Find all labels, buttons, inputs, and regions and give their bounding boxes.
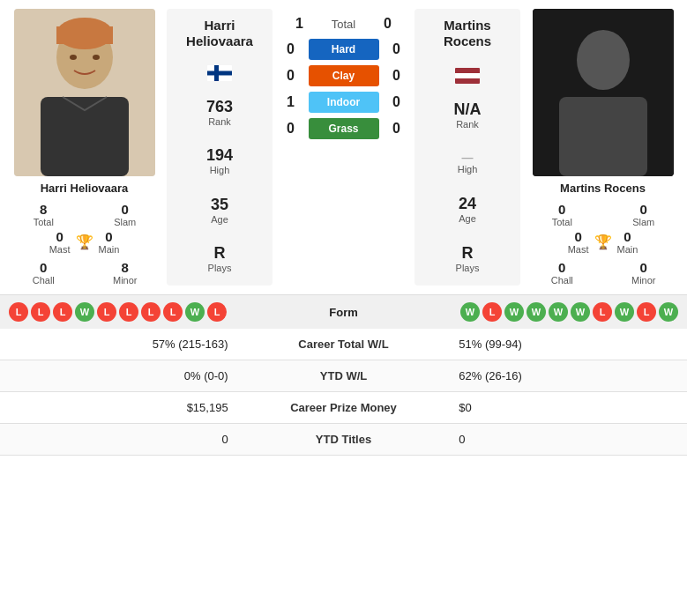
player1-rank-stat: 763 Rank (206, 98, 233, 127)
svg-point-8 (577, 30, 630, 90)
player2-name: Martins Rocens (560, 182, 646, 195)
player2-area: Martins Rocens 0 Total 0 Slam 0 Mast 🏆 0… (526, 9, 680, 286)
form-badge-l: L (207, 302, 227, 322)
clay-score-p1: 0 (282, 68, 300, 84)
grass-score-p1: 0 (282, 121, 300, 137)
svg-rect-6 (41, 97, 129, 176)
svg-rect-3 (56, 26, 113, 44)
form-badge-w: W (549, 302, 568, 322)
form-right: WLWWWWLWLW (406, 302, 679, 322)
indoor-score-p2: 0 (388, 94, 406, 110)
surface-rows: 0 Hard 0 0 Clay 0 1 Indoor 0 0 Grass 0 (278, 39, 409, 139)
form-center-label: Form (282, 306, 406, 319)
form-badge-l: L (97, 302, 116, 322)
hard-score-p2: 0 (388, 41, 406, 57)
form-badge-l: L (482, 302, 502, 322)
ytd-titles-row: 0 YTD Titles 0 (0, 424, 687, 456)
player1-area: Harri Heliovaara 8 Total 0 Slam 0 Mast 🏆… (7, 9, 161, 286)
player2-age-stat: 24 Age (459, 195, 476, 224)
player2-main: 0 Main (617, 229, 638, 255)
player2-rank-stat: N/A Rank (454, 100, 482, 130)
ytd-titles-label: YTD Titles (241, 424, 447, 456)
form-badge-w: W (571, 302, 590, 322)
form-badge-w: W (659, 302, 678, 322)
form-badge-w: W (504, 302, 524, 322)
form-badge-l: L (163, 302, 183, 322)
indoor-score-p1: 1 (282, 94, 300, 110)
form-badge-w: W (615, 302, 634, 322)
player1-plays-stat: R Plays (208, 244, 232, 273)
p2-ytd-titles: 0 (446, 424, 687, 456)
right-player2-card: Martins Rocens N/A Rank — High 24 Age R … (414, 9, 520, 286)
player1-mast: 0 Mast (49, 229, 71, 255)
trophy-icon-p2: 🏆 (594, 234, 612, 250)
svg-rect-9 (559, 97, 647, 176)
player2-slam: 0 Slam (608, 202, 681, 227)
svg-point-4 (70, 55, 77, 60)
form-left: LLLWLLLLWL (9, 302, 282, 322)
form-badge-w: W (460, 302, 480, 322)
player2-mast: 0 Mast (568, 229, 589, 255)
player2-chall: 0 Chall (526, 260, 599, 286)
prize-label: Career Prize Money (241, 392, 447, 424)
p2-ytd-wl: 62% (26-16) (446, 360, 687, 392)
hard-badge: Hard (309, 39, 379, 60)
player1-slam: 0 Slam (89, 202, 162, 227)
player2-high-stat: — High (458, 151, 478, 174)
form-section: LLLWLLLLWL Form WLWWWWLWLW (0, 294, 687, 329)
player1-minor: 8 Minor (89, 260, 162, 286)
middle-area: 1 Total 0 0 Hard 0 0 Clay 0 1 Indoor 0 0 (278, 9, 409, 286)
p1-prize: $15,195 (0, 392, 241, 424)
total-score-row: 1 Total 0 (291, 16, 397, 32)
total-score-p2: 0 (379, 16, 397, 32)
player1-age-stat: 35 Age (211, 196, 228, 225)
ytd-wl-row: 0% (0-0) YTD W/L 62% (26-16) (0, 360, 687, 392)
player2-trophy-row: 0 Mast 🏆 0 Main (568, 229, 638, 255)
player2-flag (455, 68, 480, 84)
career-wl-row: 57% (215-163) Career Total W/L 51% (99-9… (0, 329, 687, 360)
grass-score-p2: 0 (388, 121, 406, 137)
indoor-badge: Indoor (309, 92, 379, 113)
stats-table: 57% (215-163) Career Total W/L 51% (99-9… (0, 329, 687, 456)
form-badge-w: W (526, 302, 546, 322)
clay-score-p2: 0 (388, 68, 406, 84)
player1-flag (207, 65, 232, 81)
p1-ytd-titles: 0 (0, 424, 241, 456)
player1-main: 0 Main (99, 229, 120, 255)
form-badge-l: L (9, 302, 28, 322)
form-badge-w: W (185, 302, 205, 322)
player1-trophy-row: 0 Mast 🏆 0 Main (49, 229, 120, 255)
form-badge-l: L (31, 302, 50, 322)
grass-badge: Grass (309, 118, 379, 139)
hard-score-p1: 0 (282, 41, 300, 57)
form-badge-w: W (75, 302, 94, 322)
center-player1-card: Harri Heliovaara 763 Rank 194 High 35 Ag… (167, 9, 273, 286)
player1-name-center: Harri Heliovaara (172, 18, 267, 49)
trophy-icon-p1: 🏆 (76, 234, 93, 250)
p1-career-wl: 57% (215-163) (0, 329, 241, 360)
player2-plays-stat: R Plays (456, 244, 480, 273)
player2-photo (533, 9, 674, 176)
svg-point-5 (93, 55, 100, 60)
p1-ytd-wl: 0% (0-0) (0, 360, 241, 392)
total-label: Total (317, 18, 370, 31)
clay-badge: Clay (309, 65, 379, 86)
surface-row-grass: 0 Grass 0 (282, 118, 406, 139)
p2-prize: $0 (446, 392, 687, 424)
surface-row-hard: 0 Hard 0 (282, 39, 406, 60)
form-badge-l: L (53, 302, 72, 322)
player1-total: 8 Total (7, 202, 80, 227)
surface-row-clay: 0 Clay 0 (282, 65, 406, 86)
player1-photo (14, 9, 155, 176)
top-section: Harri Heliovaara 8 Total 0 Slam 0 Mast 🏆… (0, 0, 687, 294)
player2-name-center: Martins Rocens (420, 18, 515, 49)
form-badge-l: L (141, 302, 161, 322)
player2-minor: 0 Minor (608, 260, 681, 286)
career-wl-label: Career Total W/L (241, 329, 447, 360)
player1-high-stat: 194 High (206, 146, 233, 175)
player1-name: Harri Heliovaara (41, 182, 129, 195)
form-badge-l: L (119, 302, 138, 322)
player1-chall: 0 Chall (7, 260, 80, 286)
p2-career-wl: 51% (99-94) (446, 329, 687, 360)
player2-total: 0 Total (526, 202, 599, 227)
